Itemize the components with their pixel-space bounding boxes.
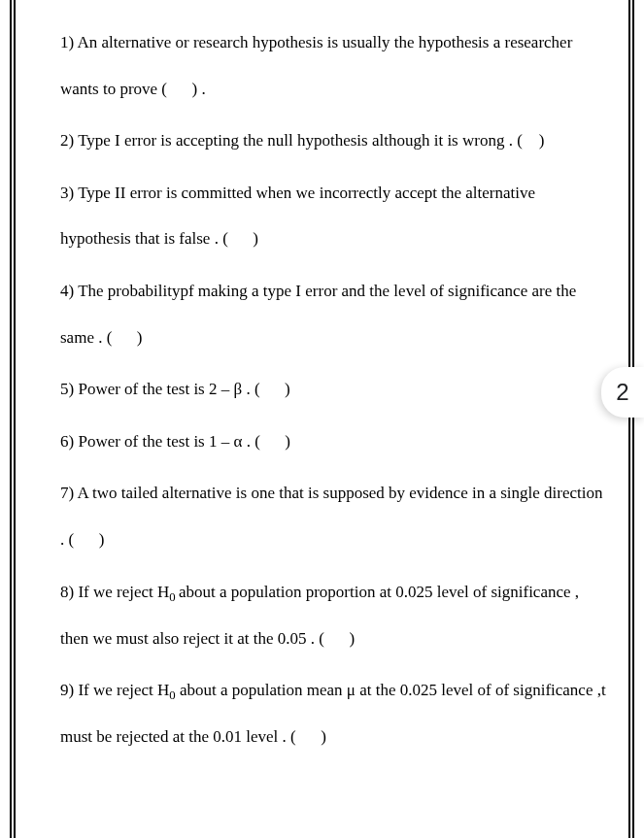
question-text: Type I error is accepting the null hypot…: [78, 131, 544, 150]
page-number: 2: [616, 379, 628, 406]
question-text: If we reject H0 about a population mean …: [60, 681, 606, 746]
question-num: 4): [60, 282, 74, 300]
question-item: 8) If we reject H0 about a population pr…: [60, 569, 609, 662]
question-item: 7) A two tailed alternative is one that …: [60, 470, 609, 562]
question-text: The probabilitypf making a type I error …: [60, 282, 576, 347]
question-num: 5): [60, 380, 74, 398]
question-text: A two tailed alternative is one that is …: [60, 484, 603, 549]
question-item: 1) An alternative or research hypothesis…: [60, 19, 609, 112]
question-text: Power of the test is 2 – β . ( ): [78, 380, 289, 398]
question-num: 7): [60, 484, 74, 502]
question-item: 9) If we reject H0 about a population me…: [60, 667, 609, 760]
question-text: Type II error is committed when we incor…: [60, 184, 535, 249]
question-num: 3): [60, 184, 74, 202]
question-num: 8): [60, 583, 74, 601]
question-num: 6): [60, 432, 74, 451]
question-text: An alternative or research hypothesis is…: [60, 33, 572, 98]
question-item: 6) Power of the test is 1 – α . ( ): [60, 419, 609, 465]
question-item: 3) Type II error is committed when we in…: [60, 170, 609, 262]
question-text: If we reject H0 about a population propo…: [60, 583, 579, 648]
question-text: Power of the test is 1 – α . ( ): [78, 432, 290, 451]
question-num: 2): [60, 131, 74, 150]
page-number-tab[interactable]: 2: [601, 367, 644, 418]
question-item: 2) Type I error is accepting the null hy…: [60, 117, 609, 164]
question-list: 1) An alternative or research hypothesis…: [60, 19, 609, 838]
question-item: 4) The probabilitypf making a type I err…: [60, 268, 609, 360]
question-num: 1): [60, 33, 74, 51]
question-item: 5) Power of the test is 2 – β . ( ): [60, 366, 609, 413]
question-num: 9): [60, 681, 74, 699]
